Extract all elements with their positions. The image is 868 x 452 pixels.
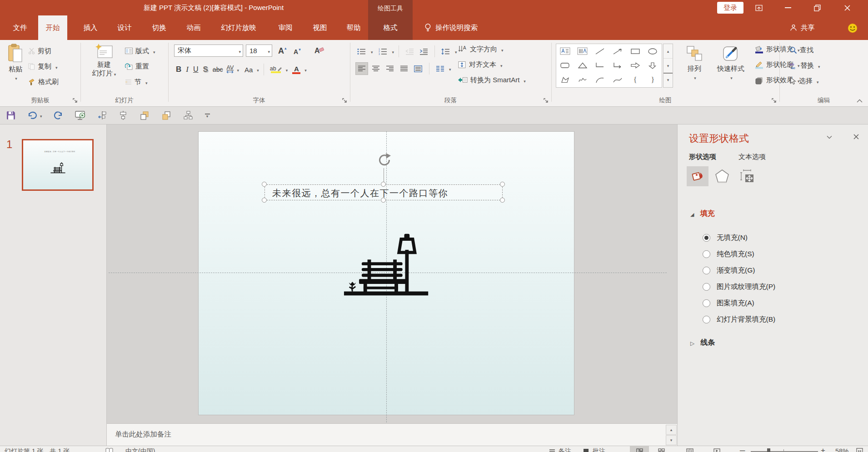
- decrease-font-button[interactable]: A▾: [292, 45, 303, 59]
- copy-dropdown[interactable]: [54, 63, 58, 70]
- shape-down-arrow-icon[interactable]: [644, 59, 661, 73]
- normal-view-button[interactable]: [630, 446, 649, 452]
- radio-gradient-fill[interactable]: [703, 267, 710, 274]
- fill-option-gradient-fill[interactable]: 渐变填充(G): [703, 266, 755, 275]
- spellcheck-book-icon[interactable]: [105, 448, 113, 452]
- decrease-indent-button[interactable]: [404, 45, 416, 58]
- shape-right-brace-icon[interactable]: [644, 73, 661, 87]
- font-size-combo[interactable]: 18: [246, 45, 272, 57]
- pane-tab-shape-options[interactable]: 形状选项: [689, 153, 716, 161]
- replace-button[interactable]: abac 替换: [789, 60, 820, 71]
- align-object-center-icon[interactable]: [119, 111, 128, 120]
- underline-button[interactable]: U: [191, 63, 200, 76]
- change-case-button[interactable]: Aa: [243, 63, 254, 76]
- find-button[interactable]: 查找: [789, 45, 813, 55]
- handle-top-center[interactable]: [381, 182, 386, 187]
- replace-dropdown[interactable]: [817, 62, 820, 70]
- shape-vertical-textbox-icon[interactable]: [574, 44, 591, 58]
- shape-rectangle-icon[interactable]: [627, 44, 644, 58]
- share-button[interactable]: 共享: [790, 15, 815, 40]
- justify-button[interactable]: [398, 62, 410, 75]
- notes-scroll-down[interactable]: [666, 435, 677, 445]
- radio-pattern-fill[interactable]: [703, 299, 710, 307]
- text-direction-button[interactable]: A 文字方向: [458, 44, 504, 55]
- fill-option-no-fill[interactable]: 无填充(N): [703, 233, 748, 243]
- rotate-handle-ic on[interactable]: [377, 153, 391, 167]
- strikethrough-button[interactable]: abc: [211, 63, 225, 76]
- tab-animations[interactable]: 动画: [179, 15, 208, 40]
- start-slideshow-button[interactable]: [75, 111, 86, 120]
- slide-sorter-view-button[interactable]: [658, 448, 665, 452]
- quick-styles-dropdown[interactable]: [729, 73, 733, 81]
- shape-line-icon[interactable]: [591, 44, 609, 58]
- drawing-dialog-launcher[interactable]: [772, 98, 777, 104]
- text-direction-dropdown[interactable]: [500, 45, 504, 53]
- align-right-button[interactable]: [384, 62, 396, 75]
- arrange-dropdown[interactable]: [693, 73, 696, 81]
- format-painter-button[interactable]: 格式刷: [28, 76, 59, 87]
- quick-styles-button[interactable]: 快速样式: [711, 44, 750, 81]
- shape-elbow-arrow-connector-icon[interactable]: [609, 59, 626, 73]
- shape-triangle-icon[interactable]: [574, 59, 591, 73]
- columns-button[interactable]: [434, 62, 446, 75]
- zoom-slider-track[interactable]: [751, 451, 818, 452]
- notes-area[interactable]: 单击此处添加备注: [107, 423, 677, 446]
- tab-view[interactable]: 视图: [305, 15, 334, 40]
- handle-bottom-left[interactable]: [262, 198, 267, 203]
- language-status[interactable]: 中文(中国): [125, 447, 155, 452]
- fill-section-header[interactable]: 填充: [690, 209, 714, 219]
- restore-button[interactable]: [813, 4, 822, 12]
- effects-icon-button[interactable]: [711, 166, 733, 186]
- tab-help[interactable]: 帮助: [339, 15, 368, 40]
- tab-file[interactable]: 文件: [7, 15, 33, 40]
- handle-top-right[interactable]: [500, 182, 505, 187]
- tab-transitions[interactable]: 切换: [145, 15, 174, 40]
- radio-background-fill[interactable]: [703, 316, 710, 323]
- gallery-scroll-down[interactable]: [663, 59, 673, 73]
- section-button[interactable]: 节: [125, 76, 148, 87]
- shape-right-arrow-icon[interactable]: [627, 59, 644, 73]
- section-dropdown[interactable]: [144, 78, 148, 86]
- radio-no-fill[interactable]: [703, 234, 710, 242]
- columns-dropdown[interactable]: [448, 65, 451, 73]
- bring-forward-icon[interactable]: [140, 110, 150, 120]
- gallery-scroll-up[interactable]: [663, 44, 673, 59]
- clear-formatting-button[interactable]: A: [313, 44, 327, 58]
- shape-curve-icon[interactable]: [609, 73, 626, 87]
- clipboard-dialog-launcher[interactable]: [73, 98, 78, 104]
- radio-picture-fill[interactable]: [703, 283, 710, 291]
- align-text-dropdown[interactable]: [499, 61, 503, 69]
- numbering-button[interactable]: 123: [377, 45, 389, 58]
- line-section-header[interactable]: 线条: [690, 338, 715, 348]
- arrange-button[interactable]: 排列: [680, 44, 708, 81]
- fill-option-pattern-fill[interactable]: 图案填充(A): [703, 298, 754, 308]
- cut-button[interactable]: 剪切: [28, 45, 51, 56]
- line-expand-icon[interactable]: [690, 339, 694, 347]
- layout-dropdown[interactable]: [152, 47, 155, 55]
- zoom-out-button[interactable]: ─: [740, 447, 745, 452]
- change-case-dropdown[interactable]: [255, 65, 259, 74]
- undo-button[interactable]: [27, 111, 42, 119]
- new-slide-button[interactable]: 新建 幻灯片: [88, 44, 120, 78]
- font-color-dropdown[interactable]: [303, 65, 307, 74]
- shape-horizontal-textbox-icon[interactable]: [556, 44, 574, 58]
- gallery-more-button[interactable]: [663, 73, 673, 86]
- shape-freeform-icon[interactable]: [556, 73, 574, 87]
- paste-button[interactable]: 粘贴: [5, 44, 26, 81]
- tab-review[interactable]: 审阅: [271, 15, 300, 40]
- notes-scroll-up[interactable]: [666, 425, 677, 435]
- align-left-button[interactable]: [355, 62, 368, 75]
- select-dropdown[interactable]: [815, 77, 819, 85]
- comments-toggle-button[interactable]: 批注: [593, 447, 605, 452]
- qat-customize-button[interactable]: [205, 114, 210, 117]
- notes-placeholder[interactable]: 单击此处添加备注: [115, 430, 171, 439]
- fill-expand-icon[interactable]: [690, 210, 694, 218]
- distribute-text-button[interactable]: [412, 62, 424, 75]
- highlight-color-button[interactable]: ab: [269, 63, 284, 76]
- save-button[interactable]: [6, 111, 15, 120]
- line-spacing-dropdown[interactable]: [454, 47, 457, 55]
- character-spacing-button[interactable]: AV: [225, 63, 234, 76]
- shape-arrow-icon[interactable]: [609, 44, 626, 58]
- collapse-ribbon-chevron[interactable]: [857, 99, 863, 103]
- zoom-slider-thumb[interactable]: [767, 448, 770, 452]
